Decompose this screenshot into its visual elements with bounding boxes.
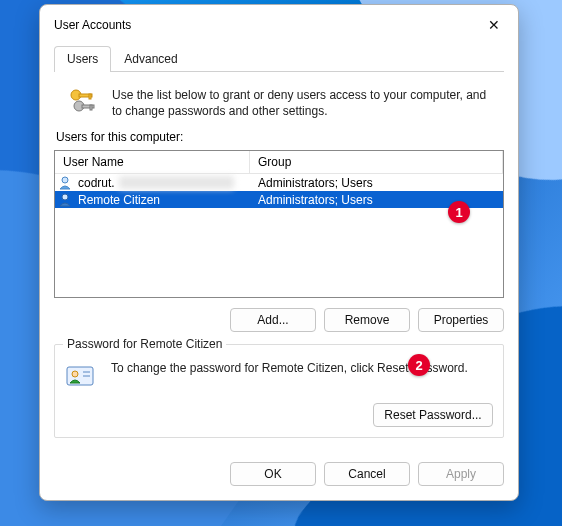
svg-point-6 <box>62 177 68 183</box>
user-icon <box>59 192 74 207</box>
properties-button[interactable]: Properties <box>418 308 504 332</box>
tab-users[interactable]: Users <box>54 46 111 72</box>
identity-card-icon <box>65 359 99 393</box>
users-list-label: Users for this computer: <box>56 130 502 144</box>
table-row[interactable]: Remote Citizen Administrators; Users <box>55 191 503 208</box>
users-list[interactable]: User Name Group codrut. Administrators; … <box>54 150 504 298</box>
keys-icon <box>66 86 100 120</box>
intro-text: Use the list below to grant or deny user… <box>112 86 500 119</box>
ok-button[interactable]: OK <box>230 462 316 486</box>
header-username[interactable]: User Name <box>55 151 250 174</box>
password-help-text: To change the password for Remote Citize… <box>111 359 468 376</box>
dialog-footer: OK Cancel Apply <box>40 450 518 500</box>
intro-block: Use the list below to grant or deny user… <box>66 86 500 120</box>
cancel-button[interactable]: Cancel <box>324 462 410 486</box>
tab-advanced[interactable]: Advanced <box>111 46 190 72</box>
table-row[interactable]: codrut. Administrators; Users <box>55 174 503 191</box>
list-buttons: Add... Remove Properties <box>54 308 504 332</box>
user-name-1: Remote Citizen <box>78 193 160 207</box>
reset-password-button[interactable]: Reset Password... <box>373 403 493 427</box>
user-icon <box>59 175 74 190</box>
user-accounts-dialog: User Accounts ✕ Users Advanced Use the l… <box>39 4 519 501</box>
user-name-0: codrut. <box>78 176 115 190</box>
tabstrip: Users Advanced <box>54 45 504 72</box>
add-button[interactable]: Add... <box>230 308 316 332</box>
remove-button[interactable]: Remove <box>324 308 410 332</box>
svg-point-9 <box>72 371 78 377</box>
dialog-title: User Accounts <box>54 18 131 32</box>
list-header: User Name Group <box>55 151 503 174</box>
apply-button: Apply <box>418 462 504 486</box>
titlebar: User Accounts ✕ <box>40 5 518 43</box>
close-button[interactable]: ✕ <box>480 13 508 37</box>
svg-rect-2 <box>89 94 91 99</box>
user-group-0: Administrators; Users <box>250 176 503 190</box>
password-groupbox: Password for Remote Citizen To change th… <box>54 344 504 438</box>
user-group-1: Administrators; Users <box>250 193 503 207</box>
close-icon: ✕ <box>488 18 500 32</box>
password-legend: Password for Remote Citizen <box>63 337 226 351</box>
header-group[interactable]: Group <box>250 151 503 174</box>
svg-point-7 <box>62 194 68 200</box>
svg-rect-5 <box>90 105 92 110</box>
redacted-text <box>119 176 234 189</box>
